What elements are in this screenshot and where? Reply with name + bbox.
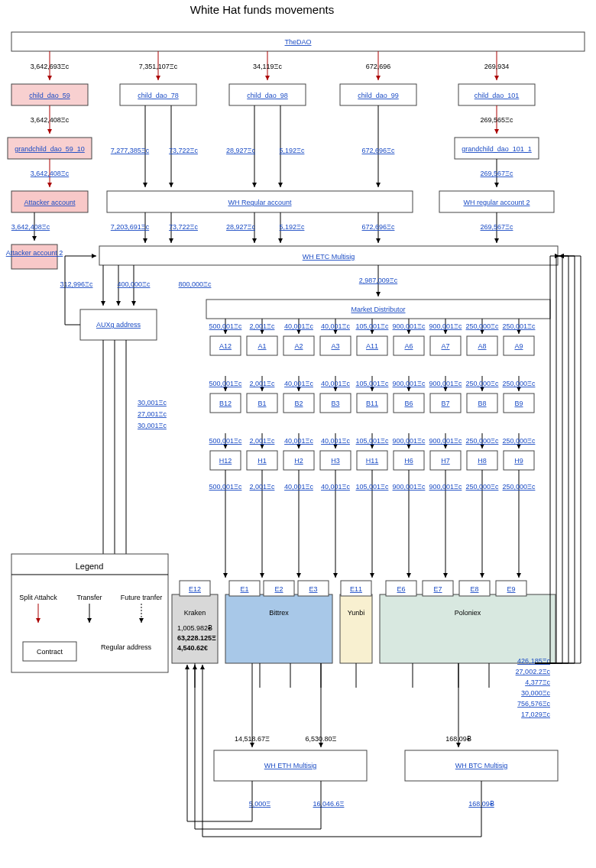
grid-cell-B9[interactable]: B9: [514, 400, 523, 407]
grid-cell-H1[interactable]: H1: [258, 457, 267, 465]
grid-cell-B8[interactable]: B8: [478, 400, 486, 407]
grid-cell-B6[interactable]: B6: [404, 400, 413, 407]
svg-text:250,000Ξc[interactable]: 250,000Ξc: [466, 483, 499, 491]
svg-text:16,046.6Ξ[interactable]: 16,046.6Ξ: [313, 800, 345, 808]
svg-text:40,001Ξc[interactable]: 40,001Ξc: [321, 437, 350, 445]
svg-text:grandchild_dao_59_10[interactable]: grandchild_dao_59_10: [15, 145, 85, 153]
grid-cell-H8[interactable]: H8: [478, 457, 487, 465]
svg-text:child_dao_59[interactable]: child_dao_59: [29, 92, 70, 99]
svg-text:250,001Ξc[interactable]: 250,001Ξc: [503, 322, 536, 330]
svg-text:Attacker account[interactable]: Attacker account: [24, 199, 76, 206]
grid-cell-B3[interactable]: B3: [331, 400, 339, 407]
svg-text:40,001Ξc[interactable]: 40,001Ξc: [321, 322, 350, 330]
svg-text:250,000Ξc[interactable]: 250,000Ξc: [466, 380, 499, 387]
svg-text:900,001Ξc[interactable]: 900,001Ξc: [429, 380, 462, 387]
exchange-E2[interactable]: E2: [274, 585, 283, 593]
svg-text:30,000Ξc[interactable]: 30,000Ξc: [521, 689, 550, 697]
grid-cell-A6[interactable]: A6: [404, 342, 413, 350]
svg-text:500,001Ξc[interactable]: 500,001Ξc: [209, 437, 242, 445]
svg-text:269,567Ξc[interactable]: 269,567Ξc: [481, 223, 513, 231]
svg-text:30,001Ξc[interactable]: 30,001Ξc: [138, 422, 167, 429]
exchange-E9[interactable]: E9: [507, 585, 515, 593]
svg-text:3,642,408Ξc[interactable]: 3,642,408Ξc: [11, 223, 50, 231]
svg-text:40,001Ξc[interactable]: 40,001Ξc: [284, 380, 313, 387]
svg-text:28,927Ξc[interactable]: 28,927Ξc: [226, 223, 255, 231]
svg-text:500,001Ξc[interactable]: 500,001Ξc: [209, 483, 242, 491]
exchange-E11[interactable]: E11: [350, 585, 362, 593]
exchange-E6[interactable]: E6: [397, 585, 405, 593]
grid-cell-A9[interactable]: A9: [514, 342, 523, 350]
svg-text:250,000Ξc[interactable]: 250,000Ξc: [503, 437, 536, 445]
svg-text:WH Regular account[interactable]: WH Regular account: [228, 199, 292, 206]
svg-text:2,001Ξc[interactable]: 2,001Ξc: [250, 322, 275, 330]
svg-text:900,001Ξc[interactable]: 900,001Ξc: [393, 437, 426, 445]
svg-text:child_dao_78[interactable]: child_dao_78: [138, 92, 179, 99]
svg-text:105,001Ξc[interactable]: 105,001Ξc: [356, 437, 389, 445]
exchange-E8[interactable]: E8: [470, 585, 478, 593]
exchange-E3[interactable]: E3: [309, 585, 317, 593]
svg-text:child_dao_98[interactable]: child_dao_98: [247, 92, 288, 99]
svg-text:672,696Ξc[interactable]: 672,696Ξc: [362, 223, 395, 231]
svg-text:105,001Ξc[interactable]: 105,001Ξc: [356, 380, 389, 387]
svg-text:17,029Ξc[interactable]: 17,029Ξc: [521, 711, 550, 718]
svg-text:500,001Ξc[interactable]: 500,001Ξc: [209, 322, 242, 330]
grid-cell-B11[interactable]: B11: [366, 400, 378, 407]
svg-text:28,927Ξc[interactable]: 28,927Ξc: [226, 147, 255, 154]
grid-cell-B2[interactable]: B2: [294, 400, 303, 407]
svg-text:900,001Ξc[interactable]: 900,001Ξc: [393, 483, 426, 491]
svg-text:2,987,009Ξc[interactable]: 2,987,009Ξc: [359, 277, 398, 284]
exchange-E12[interactable]: E12: [189, 585, 201, 593]
svg-text:WH ETC Multisig[interactable]: WH ETC Multisig: [303, 253, 355, 261]
svg-text:child_dao_101[interactable]: child_dao_101: [475, 92, 520, 99]
grid-cell-B1[interactable]: B1: [258, 400, 266, 407]
svg-text:900,001Ξc[interactable]: 900,001Ξc: [393, 380, 426, 387]
grid-cell-A11[interactable]: A11: [366, 342, 378, 350]
grid-cell-A8[interactable]: A8: [478, 342, 486, 350]
svg-text:7,203,691Ξc[interactable]: 7,203,691Ξc: [111, 223, 150, 231]
grid-cell-H9[interactable]: H9: [514, 457, 523, 465]
svg-text:40,001Ξc[interactable]: 40,001Ξc: [284, 322, 313, 330]
svg-text:Attacker account 2[interactable]: Attacker account 2: [6, 249, 63, 257]
grid-cell-H11[interactable]: H11: [366, 457, 379, 465]
grid-cell-H12[interactable]: H12: [219, 457, 232, 465]
svg-text:672,696Ξc[interactable]: 672,696Ξc: [362, 147, 395, 154]
svg-text:AUXg address[interactable]: AUXg address: [96, 321, 141, 329]
svg-text:40,001Ξc[interactable]: 40,001Ξc: [321, 380, 350, 387]
grid-cell-A7[interactable]: A7: [441, 342, 449, 350]
svg-text:2,001Ξc[interactable]: 2,001Ξc: [250, 380, 275, 387]
grid-cell-B12[interactable]: B12: [219, 400, 232, 407]
grid-cell-A12[interactable]: A12: [219, 342, 232, 350]
svg-text:250,000Ξc[interactable]: 250,000Ξc: [503, 380, 536, 387]
svg-text:105,001Ξc[interactable]: 105,001Ξc: [356, 483, 389, 491]
grid-cell-H6[interactable]: H6: [404, 457, 413, 465]
svg-text:800,000Ξc[interactable]: 800,000Ξc: [179, 280, 212, 288]
svg-text:900,001Ξc[interactable]: 900,001Ξc: [429, 322, 462, 330]
svg-text:7,277,385Ξc[interactable]: 7,277,385Ξc: [111, 147, 150, 154]
svg-text:40,001Ξc[interactable]: 40,001Ξc: [321, 483, 350, 491]
svg-text:40,001Ξc[interactable]: 40,001Ξc: [284, 437, 313, 445]
svg-text:400,000Ξc[interactable]: 400,000Ξc: [118, 280, 151, 288]
svg-text:105,001Ξc[interactable]: 105,001Ξc: [356, 322, 389, 330]
svg-text:900,001Ξc[interactable]: 900,001Ξc: [429, 437, 462, 445]
svg-text:900,001Ξc[interactable]: 900,001Ξc: [429, 483, 462, 491]
exchange-E7[interactable]: E7: [433, 585, 442, 593]
svg-text:73,722Ξc[interactable]: 73,722Ξc: [169, 223, 198, 231]
svg-text:900,001Ξc[interactable]: 900,001Ξc: [393, 322, 426, 330]
svg-text:756,576Ξc[interactable]: 756,576Ξc: [517, 700, 550, 708]
svg-text:27,002.2Ξc[interactable]: 27,002.2Ξc: [516, 668, 551, 675]
svg-text:WH BTC Multisig[interactable]: WH BTC Multisig: [455, 762, 508, 769]
thedao-link[interactable]: TheDAO: [284, 38, 311, 46]
svg-text:grandchild_dao_101_1[interactable]: grandchild_dao_101_1: [462, 145, 532, 153]
svg-text:250,000Ξc[interactable]: 250,000Ξc: [466, 322, 499, 330]
svg-text:5,192Ξc[interactable]: 5,192Ξc: [280, 223, 305, 231]
svg-text:30,001Ξc[interactable]: 30,001Ξc: [138, 399, 167, 406]
grid-cell-H7[interactable]: H7: [441, 457, 450, 465]
svg-text:500,001Ξc[interactable]: 500,001Ξc: [209, 380, 242, 387]
svg-text:2,001Ξc[interactable]: 2,001Ξc: [250, 437, 275, 445]
svg-text:Market Distributor[interactable]: Market Distributor: [351, 306, 405, 313]
svg-text:WH ETH Multisig[interactable]: WH ETH Multisig: [264, 762, 317, 769]
grid-cell-B7[interactable]: B7: [441, 400, 449, 407]
exchange-E1[interactable]: E1: [240, 585, 248, 593]
grid-cell-H3[interactable]: H3: [331, 457, 340, 465]
svg-text:3,642,408Ξc[interactable]: 3,642,408Ξc: [31, 170, 70, 177]
